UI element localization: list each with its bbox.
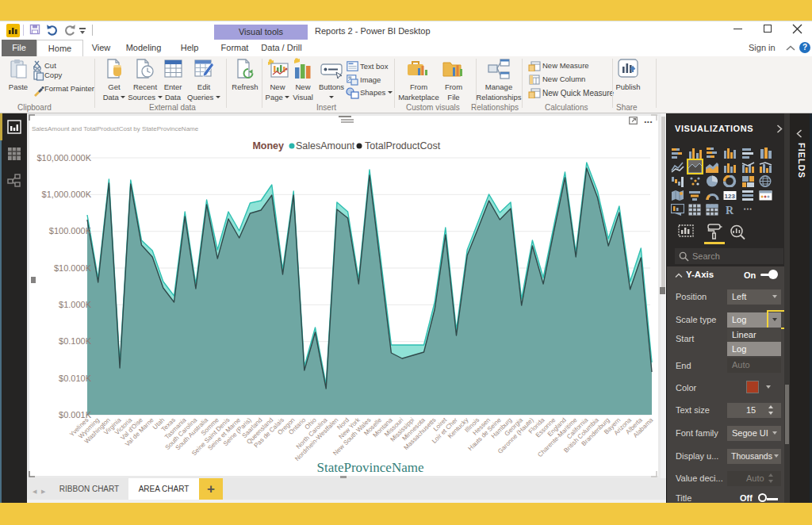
svg-text:123: 123 bbox=[725, 193, 736, 200]
svg-text:⋯: ⋯ bbox=[744, 204, 753, 213]
svg-text:R: R bbox=[726, 205, 734, 216]
